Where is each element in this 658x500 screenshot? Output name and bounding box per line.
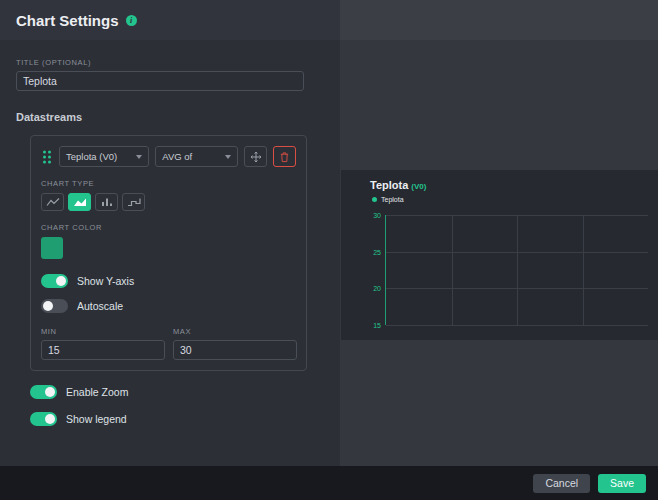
- info-icon[interactable]: i: [126, 15, 137, 26]
- min-label: MIN: [41, 327, 165, 336]
- chart-settings-panel: Chart Settings i TITLE (OPTIONAL) Datast…: [0, 0, 340, 466]
- gridline-v: [452, 215, 453, 325]
- gridline-v: [583, 215, 584, 325]
- autoscale-toggle[interactable]: [41, 299, 68, 313]
- chart-color-label: CHART COLOR: [41, 223, 296, 232]
- show-legend-label: Show legend: [66, 413, 127, 425]
- show-y-axis-label: Show Y-axis: [77, 275, 134, 287]
- show-y-axis-toggle[interactable]: [41, 274, 68, 288]
- enable-zoom-label: Enable Zoom: [66, 386, 128, 398]
- legend-dot-icon: [372, 197, 377, 202]
- chevron-down-icon: [225, 155, 231, 159]
- y-axis-tick: 20: [373, 285, 381, 292]
- chart-preview-widget: Teplota(V0) Teplota 30 25 20 15: [341, 170, 658, 340]
- panel-header: Chart Settings i: [0, 0, 340, 40]
- datastreams-heading: Datastreams: [16, 111, 324, 123]
- datastream-select[interactable]: Teplota (V0): [59, 146, 149, 167]
- chart-type-selector: [41, 193, 296, 211]
- show-legend-toggle[interactable]: [30, 412, 57, 426]
- title-field-label: TITLE (OPTIONAL): [16, 58, 324, 67]
- chart-type-bar-button[interactable]: [95, 193, 118, 211]
- chart-type-line-button[interactable]: [41, 193, 64, 211]
- drag-handle-icon[interactable]: [41, 149, 53, 165]
- gridline-v: [517, 215, 518, 325]
- min-input[interactable]: [41, 340, 165, 360]
- footer-action-bar: Cancel Save: [0, 466, 658, 500]
- autoscale-label: Autoscale: [77, 300, 123, 312]
- enable-zoom-toggle[interactable]: [30, 385, 57, 399]
- save-button[interactable]: Save: [598, 474, 646, 493]
- preview-plot-area: 30 25 20 15: [385, 215, 648, 325]
- y-axis-tick: 15: [373, 322, 381, 329]
- chevron-down-icon: [136, 155, 142, 159]
- legend-item-label: Teplota: [381, 196, 404, 203]
- aggregation-select-value: AVG of: [162, 151, 192, 162]
- delete-datastream-button[interactable]: [273, 146, 296, 167]
- chart-type-area-button[interactable]: [68, 193, 91, 211]
- y-axis-tick: 25: [373, 248, 381, 255]
- cancel-button[interactable]: Cancel: [533, 474, 590, 493]
- preview-title: Teplota(V0): [370, 179, 426, 191]
- max-label: MAX: [173, 327, 297, 336]
- preview-legend: Teplota: [372, 196, 404, 203]
- datastream-select-value: Teplota (V0): [66, 151, 117, 162]
- aggregation-select[interactable]: AVG of: [155, 146, 238, 167]
- datastream-card: Teplota (V0) AVG of C: [30, 135, 307, 371]
- move-datastream-button[interactable]: [244, 146, 267, 167]
- content-header-strip: [340, 0, 658, 40]
- gridline-h: [386, 325, 648, 326]
- preview-pin-label: (V0): [411, 182, 426, 191]
- y-axis-tick: 30: [373, 212, 381, 219]
- max-input[interactable]: [173, 340, 297, 360]
- chart-color-swatch[interactable]: [41, 237, 63, 259]
- chart-title-input[interactable]: [16, 71, 304, 91]
- chart-type-step-button[interactable]: [122, 193, 145, 211]
- chart-type-label: CHART TYPE: [41, 179, 296, 188]
- page-title: Chart Settings: [16, 12, 119, 29]
